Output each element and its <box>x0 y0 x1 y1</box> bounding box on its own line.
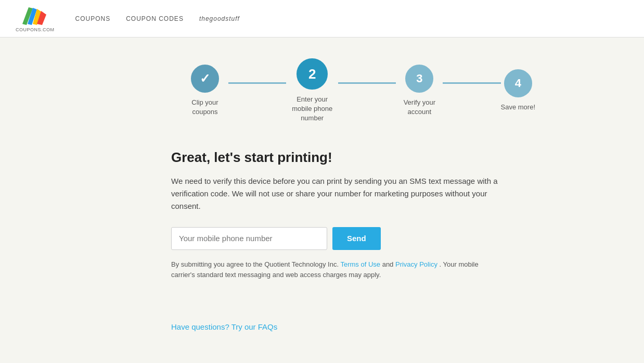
phone-input[interactable] <box>171 227 327 250</box>
logo[interactable]: COUPONS.COM <box>16 5 55 32</box>
step-3-label: Verify your account <box>396 98 443 117</box>
step-connector-1-2 <box>228 82 286 84</box>
step-1-circle <box>191 65 219 93</box>
step-4-circle: 4 <box>504 69 532 97</box>
phone-form: Send <box>171 227 525 250</box>
logo-icon <box>21 5 48 26</box>
step-4: 4 Save more! <box>501 69 535 112</box>
legal-and: and <box>382 260 395 268</box>
terms-of-use-link[interactable]: Terms of Use <box>340 260 380 268</box>
step-1: Clip your coupons <box>182 65 228 117</box>
step-connector-3-4 <box>443 82 500 84</box>
step-2-circle: 2 <box>297 58 328 90</box>
nav-goodstuff[interactable]: thegoodstuff <box>199 15 240 22</box>
step-3-circle: 3 <box>405 65 433 93</box>
main-content: Clip your coupons 2 Enter your mobile ph… <box>88 37 556 353</box>
content-section: Great, let's start printing! We need to … <box>171 149 525 332</box>
legal-before: By submitting you agree to the Quotient … <box>171 260 340 268</box>
step-1-label: Clip your coupons <box>182 98 228 117</box>
page-title: Great, let's start printing! <box>171 149 525 166</box>
step-2: 2 Enter your mobile phone number <box>286 58 338 123</box>
step-4-label: Save more! <box>501 103 535 112</box>
main-nav: COUPONS COUPON CODES thegoodstuff <box>75 15 240 22</box>
header: COUPONS.COM COUPONS COUPON CODES thegood… <box>0 0 644 37</box>
send-button[interactable]: Send <box>332 227 381 250</box>
step-3: 3 Verify your account <box>396 65 443 117</box>
privacy-policy-link[interactable]: Privacy Policy <box>395 260 437 268</box>
faq-link[interactable]: Have questions? Try our FAQs <box>171 322 277 331</box>
description-text: We need to verify this device before you… <box>171 175 504 212</box>
nav-coupons[interactable]: COUPONS <box>75 15 111 22</box>
step-2-label: Enter your mobile phone number <box>286 95 338 123</box>
legal-text: By submitting you agree to the Quotient … <box>171 259 504 281</box>
step-connector-2-3 <box>338 82 396 84</box>
nav-coupon-codes[interactable]: COUPON CODES <box>126 15 184 22</box>
logo-text: COUPONS.COM <box>16 27 55 32</box>
steps-progress: Clip your coupons 2 Enter your mobile ph… <box>171 58 546 123</box>
